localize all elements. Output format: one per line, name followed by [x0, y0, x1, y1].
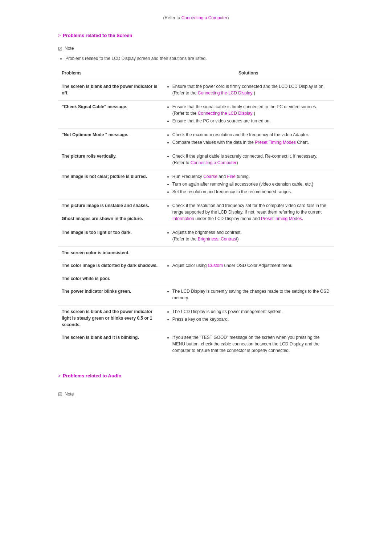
solution-cell: Check if the signal cable is securely co…	[163, 150, 334, 170]
screen-section-title: Problems related to the Screen	[63, 32, 132, 39]
coarse-link[interactable]: Coarse	[203, 174, 217, 179]
list-item: Run Frequency Coarse and Fine tuning.	[172, 173, 330, 180]
table-row: The picture rolls vertically. Check if t…	[58, 150, 334, 170]
problems-col-header: Problems	[58, 68, 163, 80]
solution-cell: Adjusts the brightness and contrast.(Ref…	[163, 226, 334, 247]
list-item: Compare these values with the data in th…	[172, 139, 330, 146]
table-row: "Check Signal Cable" message. Ensure tha…	[58, 101, 334, 129]
list-item: Check if the signal cable is securely co…	[172, 153, 330, 166]
note-wrapper: ☑ Note Problems related to the LCD Displ…	[58, 45, 334, 62]
solution-cell: Run Frequency Coarse and Fine tuning. Tu…	[163, 170, 334, 199]
solution-cell: If you see the "TEST GOOD" message on th…	[163, 331, 334, 358]
table-row: The image is not clear; picture is blurr…	[58, 170, 334, 199]
list-item: Ensure that the power cord is firmly con…	[172, 83, 330, 96]
note-block: ☑ Note	[58, 45, 334, 53]
problem-cell: The screen is blank and the power indica…	[58, 80, 163, 101]
list-item: The LCD Display is using its power manag…	[172, 308, 330, 315]
table-row: The screen is blank and it is blinking. …	[58, 331, 334, 358]
table-row: The color image is distorted by dark sha…	[58, 259, 334, 285]
audio-note-icon: ☑	[58, 391, 62, 398]
problem-cell: The picture rolls vertically.	[58, 150, 163, 170]
information-link[interactable]: Information	[172, 216, 194, 221]
connecting-computer-link-1[interactable]: Connecting a Computer	[191, 160, 237, 165]
table-row: The image is too light or too dark. Adju…	[58, 226, 334, 247]
solution-cell: Ensure that the power cord is firmly con…	[163, 80, 334, 101]
audio-arrow-icon: >	[58, 373, 61, 379]
problem-cell: The color image is distorted by dark sha…	[58, 259, 163, 285]
audio-section-wrapper: > Problems related to Audio ☑ Note	[58, 372, 334, 398]
list-item: Check the maximum resolution and the fre…	[172, 131, 330, 138]
problem-cell: The picture image is unstable and shakes…	[58, 199, 163, 226]
audio-section-heading: > Problems related to Audio	[58, 372, 334, 380]
solution-cell: Check the maximum resolution and the fre…	[163, 129, 334, 150]
problem-cell: The power Indicator blinks green.	[58, 285, 163, 305]
list-item: Adjust color using Custom under OSD Colo…	[172, 262, 330, 269]
problem-cell: The screen is blank and it is blinking.	[58, 331, 163, 358]
problem-cell: The screen is blank and the power indica…	[58, 305, 163, 331]
audio-note-block: ☑ Note	[58, 390, 334, 398]
list-item: Ensure that the signal cable is firmly c…	[172, 104, 330, 117]
problem-cell: "Check Signal Cable" message.	[58, 101, 163, 129]
solution-cell	[163, 247, 334, 259]
fine-link[interactable]: Fine	[227, 174, 236, 179]
note-list-item: Problems related to the LCD Display scre…	[65, 55, 334, 62]
top-reference: (Refer to Connecting a Computer)	[58, 15, 334, 21]
solution-cell: Check if the resolution and frequency se…	[163, 199, 334, 226]
preset-timing-link-1[interactable]: Preset Timing Modes	[255, 140, 296, 145]
list-item: Adjusts the brightness and contrast.(Ref…	[172, 229, 330, 242]
custom-link[interactable]: Custom	[208, 263, 223, 268]
screen-arrow-icon: >	[58, 32, 61, 39]
problem-cell: "Not Optimum Mode " message.	[58, 129, 163, 150]
table-row: The screen is blank and the power indica…	[58, 305, 334, 331]
problems-table: Problems Solutions The screen is blank a…	[58, 68, 334, 358]
preset-timing-link-2[interactable]: Preset Timing Modes	[261, 216, 302, 221]
brightness-contrast-link[interactable]: Brightness, Contrast	[198, 236, 237, 242]
solution-cell: The LCD Display is using its power manag…	[163, 305, 334, 331]
list-item: Turn on again after removing all accesso…	[172, 181, 330, 187]
audio-section-title: Problems related to Audio	[63, 372, 121, 380]
list-item: Press a key on the keyboard.	[172, 316, 330, 323]
screen-section-heading: > Problems related to the Screen	[58, 32, 334, 39]
connecting-lcd-link-2[interactable]: Connecting the LCD Display	[198, 111, 253, 116]
problem-cell: The screen color is inconsistent.	[58, 247, 163, 259]
connecting-computer-top-link[interactable]: Connecting a Computer	[181, 15, 228, 20]
audio-note-label: Note	[65, 391, 74, 397]
table-row: "Not Optimum Mode " message. Check the m…	[58, 129, 334, 150]
list-item: Set the resolution and frequency to the …	[172, 189, 330, 195]
note-list: Problems related to the LCD Display scre…	[58, 55, 334, 62]
table-row: The screen is blank and the power indica…	[58, 80, 334, 101]
table-row: The power Indicator blinks green. The LC…	[58, 285, 334, 305]
note-icon: ☑	[58, 45, 62, 53]
problem-cell: The image is not clear; picture is blurr…	[58, 170, 163, 199]
list-item: The LCD Display is currently saving the …	[172, 288, 330, 301]
table-row: The screen color is inconsistent.	[58, 247, 334, 259]
note-label: Note	[65, 45, 74, 52]
solutions-col-header: Solutions	[163, 68, 334, 80]
list-item: If you see the "TEST GOOD" message on th…	[172, 334, 330, 354]
solution-cell: Adjust color using Custom under OSD Colo…	[163, 259, 334, 285]
connecting-lcd-link-1[interactable]: Connecting the LCD Display	[198, 90, 253, 96]
problem-cell: The image is too light or too dark.	[58, 226, 163, 247]
list-item: Check if the resolution and frequency se…	[172, 202, 330, 222]
table-row: The picture image is unstable and shakes…	[58, 199, 334, 226]
solution-cell: The LCD Display is currently saving the …	[163, 285, 334, 305]
solution-cell: Ensure that the signal cable is firmly c…	[163, 101, 334, 129]
list-item: Ensure that the PC or video sources are …	[172, 118, 330, 124]
